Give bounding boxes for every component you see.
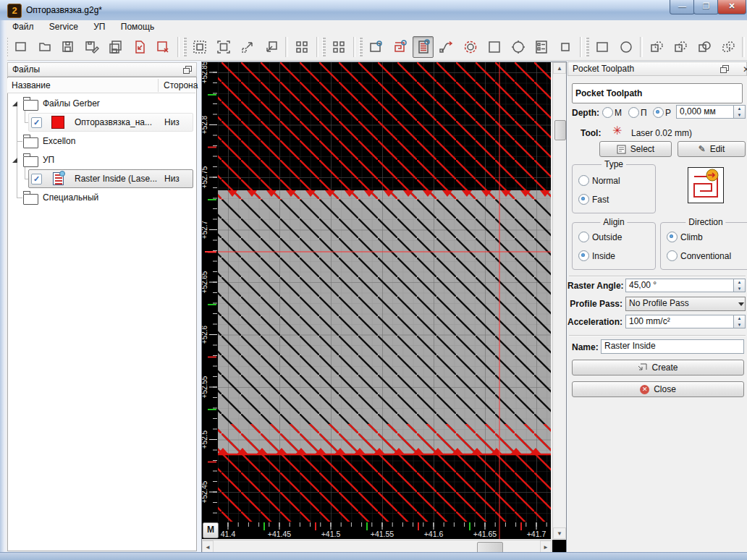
- save-as-icon[interactable]: [82, 36, 103, 58]
- layer-color-swatch[interactable]: [51, 116, 64, 129]
- toolbar-handle[interactable]: [586, 38, 589, 56]
- zoom-in-icon[interactable]: [261, 36, 282, 58]
- tree-row-gerber-layer[interactable]: ✓ Опторазвязка_на... Низ: [8, 113, 195, 132]
- toolbar-handle[interactable]: [322, 38, 326, 56]
- svg-text:+52.6: +52.6: [202, 325, 208, 344]
- profile-pass-select[interactable]: No Profile Pass: [625, 297, 746, 311]
- window-left-border: [0, 20, 7, 552]
- tree-row-raster-program[interactable]: ✓ Raster Inside (Lase... Низ: [8, 169, 195, 188]
- maximize-button[interactable]: ❐: [693, 0, 719, 14]
- side-value: Низ: [164, 174, 180, 184]
- align-radio-outside[interactable]: [578, 232, 589, 242]
- zoom-out-icon[interactable]: [237, 36, 258, 58]
- array-outline-icon[interactable]: [329, 36, 350, 58]
- bool-union-tool-icon[interactable]: [646, 36, 667, 58]
- bool-subtract-tool-icon[interactable]: [670, 36, 691, 58]
- menu-bar: Файл Service УП Помощь: [0, 20, 747, 35]
- align-radio-inside[interactable]: [578, 250, 589, 261]
- create-button[interactable]: Create: [572, 360, 744, 376]
- expand-arrow-icon[interactable]: [12, 101, 17, 106]
- array-squares-icon[interactable]: [292, 36, 313, 58]
- zoom-window-icon[interactable]: [214, 36, 235, 58]
- menu-file[interactable]: Файл: [6, 20, 41, 34]
- direction-radio-climb[interactable]: [667, 232, 678, 242]
- zoom-fit-icon[interactable]: [190, 36, 211, 58]
- edit-tool-button[interactable]: ✎ Edit: [678, 141, 746, 157]
- tree-row-gerber-folder[interactable]: Файлы Gerber: [8, 94, 195, 113]
- tree-row-up-folder[interactable]: УП: [8, 150, 195, 169]
- draw-rect-tool-icon[interactable]: [592, 36, 613, 58]
- simulate-tool-icon[interactable]: [507, 36, 528, 58]
- save-file-icon[interactable]: [58, 36, 79, 58]
- raster-angle-spinner[interactable]: ▲▼: [734, 279, 746, 292]
- column-name[interactable]: Название: [12, 80, 51, 90]
- files-panel-title: Файлы: [7, 62, 197, 77]
- curve-tool-icon[interactable]: [436, 36, 457, 58]
- close-file-icon[interactable]: [153, 36, 174, 58]
- toolbar: [0, 34, 747, 61]
- menu-service[interactable]: Service: [43, 20, 85, 34]
- tree-header[interactable]: Название Сторона: [7, 78, 195, 93]
- depth-radio-p[interactable]: [628, 107, 639, 118]
- toolbar-handle[interactable]: [359, 38, 363, 56]
- files-panel: Файлы Название Сторона Файлы Gerber ✓ Оп…: [7, 62, 197, 551]
- draw-circle-tool-icon[interactable]: [616, 36, 637, 58]
- menu-help[interactable]: Помощь: [114, 20, 161, 34]
- raster-tool-icon[interactable]: [413, 36, 434, 58]
- pocket-spiral-tool-icon[interactable]: [389, 36, 410, 58]
- points-tool-icon[interactable]: [484, 36, 505, 58]
- minimize-button[interactable]: —: [670, 0, 695, 14]
- close-toolpath-button[interactable]: ✕ Close: [572, 381, 744, 397]
- drill-tool-icon[interactable]: [460, 36, 481, 58]
- svg-text:+41.6: +41.6: [424, 530, 444, 538]
- close-panel-icon[interactable]: ✕: [743, 63, 747, 76]
- depth-input[interactable]: 0,000 мм: [676, 105, 734, 119]
- raster-angle-input[interactable]: 45,00 °: [625, 279, 734, 292]
- gerber-viewport[interactable]: +52.85+52.8+52.75+52.7+52.65+52.6+52.55+…: [202, 62, 552, 539]
- save-all-icon[interactable]: [106, 36, 127, 58]
- measure-units-button[interactable]: M: [203, 522, 219, 538]
- svg-text:+52.85: +52.85: [202, 62, 208, 83]
- vertical-scrollbar[interactable]: ▲ ▼: [552, 62, 566, 539]
- bool-xor-tool-icon[interactable]: [717, 36, 738, 58]
- raster-angle-label: Raster Angle:: [567, 281, 622, 291]
- tree-row-excellon-folder[interactable]: Excellon: [8, 132, 195, 150]
- float-panel-icon[interactable]: [183, 66, 191, 73]
- type-radio-fast[interactable]: [578, 194, 589, 205]
- transform-tool-icon[interactable]: [555, 36, 576, 58]
- depth-spinner[interactable]: ▲▼: [734, 105, 746, 119]
- expand-arrow-icon[interactable]: [12, 158, 17, 163]
- acceleration-spinner[interactable]: ▲▼: [734, 315, 746, 328]
- new-file-icon[interactable]: [11, 36, 32, 58]
- menu-up[interactable]: УП: [87, 20, 111, 34]
- vertical-scroll-thumb[interactable]: [554, 120, 566, 140]
- window-bottom-border: [0, 552, 747, 560]
- open-file-icon[interactable]: [34, 36, 55, 58]
- align-inside-label: Inside: [592, 251, 615, 261]
- toolbar-handle[interactable]: [183, 38, 187, 56]
- report-tool-icon[interactable]: [531, 36, 552, 58]
- window-titlebar[interactable]: 2 Опторазвязка.g2g* — ❐ ✕: [0, 0, 747, 21]
- type-fast-label: Fast: [592, 195, 609, 205]
- type-radio-normal[interactable]: [578, 175, 589, 186]
- close-button[interactable]: ✕: [717, 0, 746, 14]
- acceleration-input[interactable]: 100 mm/c²: [625, 315, 734, 328]
- layer-checkbox[interactable]: ✓: [31, 117, 42, 128]
- select-tool-button[interactable]: Select: [599, 141, 672, 157]
- direction-radio-conventional[interactable]: [667, 250, 678, 261]
- bool-intersect-tool-icon[interactable]: [694, 36, 715, 58]
- import-file-icon[interactable]: [129, 36, 150, 58]
- region-tool-icon[interactable]: [366, 36, 387, 58]
- program-checkbox[interactable]: ✓: [31, 174, 42, 184]
- folder-icon: [23, 137, 38, 148]
- scroll-down-icon[interactable]: ▼: [553, 527, 566, 539]
- float-panel-icon[interactable]: [720, 65, 728, 72]
- depth-radio-r[interactable]: [653, 107, 664, 118]
- tree-row-special-folder[interactable]: Специальный: [8, 188, 195, 207]
- depth-radio-m[interactable]: [602, 107, 613, 118]
- align-outside-label: Outside: [592, 232, 622, 242]
- column-side[interactable]: Сторона: [164, 80, 198, 90]
- name-input[interactable]: Raster Inside: [601, 339, 744, 354]
- scroll-up-icon[interactable]: ▲: [553, 62, 566, 74]
- pocket-toolpath-panel: Pocket Toolpath ✕ Pocket Toolpath Depth:…: [567, 61, 747, 552]
